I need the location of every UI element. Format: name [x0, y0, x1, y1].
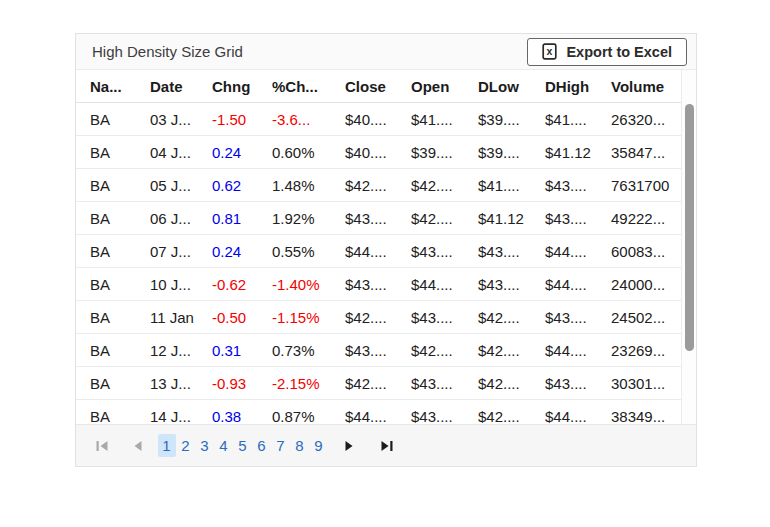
cell-chng: 0.38: [198, 400, 258, 424]
table-row[interactable]: BA13 J...-0.93-2.15%$42....$43....$42...…: [76, 367, 696, 400]
cell-volume: 49222...: [597, 202, 683, 234]
grid-title: High Density Size Grid: [92, 43, 243, 60]
column-header-close[interactable]: Close: [331, 70, 397, 102]
column-header-date[interactable]: Date: [136, 70, 198, 102]
cell-close: $43....: [331, 268, 397, 300]
cell-close: $40....: [331, 136, 397, 168]
cell-pct_chng: -2.15%: [258, 367, 331, 399]
table-row[interactable]: BA10 J...-0.62-1.40%$43....$44....$43...…: [76, 268, 696, 301]
page-number-3[interactable]: 3: [196, 434, 214, 457]
cell-chng: -0.62: [198, 268, 258, 300]
cell-pct_chng: -1.40%: [258, 268, 331, 300]
cell-dhigh: $43....: [531, 169, 597, 201]
page-number-9[interactable]: 9: [310, 434, 328, 457]
cell-open: $44....: [397, 268, 464, 300]
cell-chng: 0.24: [198, 235, 258, 267]
column-header-open[interactable]: Open: [397, 70, 464, 102]
first-page-button[interactable]: [91, 433, 113, 459]
cell-dlow: $39....: [464, 136, 531, 168]
cell-name: BA: [76, 367, 136, 399]
cell-name: BA: [76, 268, 136, 300]
cell-open: $42....: [397, 169, 464, 201]
cell-pct_chng: 0.60%: [258, 136, 331, 168]
cell-volume: 30301...: [597, 367, 683, 399]
table-row[interactable]: BA07 J...0.240.55%$44....$43....$43....$…: [76, 235, 696, 268]
page-number-1[interactable]: 1: [158, 434, 176, 457]
next-page-button[interactable]: [338, 433, 360, 459]
cell-volume: 38349...: [597, 400, 683, 424]
column-header-dhigh[interactable]: DHigh: [531, 70, 597, 102]
page-background: High Density Size Grid x Export to Excel…: [0, 0, 770, 527]
cell-pct_chng: 0.87%: [258, 400, 331, 424]
page-number-2[interactable]: 2: [177, 434, 195, 457]
previous-page-button[interactable]: [127, 433, 149, 459]
cell-close: $42....: [331, 169, 397, 201]
cell-close: $44....: [331, 235, 397, 267]
cell-dhigh: $41....: [531, 103, 597, 135]
svg-text:x: x: [547, 45, 553, 57]
column-header-chng[interactable]: Chng: [198, 70, 258, 102]
cell-date: 06 J...: [136, 202, 198, 234]
cell-volume: 23269...: [597, 334, 683, 366]
first-page-icon: [96, 440, 108, 452]
scrollbar-thumb[interactable]: [685, 104, 694, 351]
cell-close: $43....: [331, 202, 397, 234]
cell-close: $40....: [331, 103, 397, 135]
cell-open: $42....: [397, 334, 464, 366]
cell-name: BA: [76, 334, 136, 366]
cell-chng: 0.81: [198, 202, 258, 234]
cell-dhigh: $44....: [531, 268, 597, 300]
cell-date: 04 J...: [136, 136, 198, 168]
cell-dlow: $42....: [464, 301, 531, 333]
cell-dlow: $42....: [464, 334, 531, 366]
table-row[interactable]: BA04 J...0.240.60%$40....$39....$39....$…: [76, 136, 696, 169]
cell-pct_chng: 1.48%: [258, 169, 331, 201]
grid-widget: High Density Size Grid x Export to Excel…: [75, 33, 697, 467]
cell-volume: 26320...: [597, 103, 683, 135]
table-row[interactable]: BA11 Jan-0.50-1.15%$42....$43....$42....…: [76, 301, 696, 334]
export-to-excel-button[interactable]: x Export to Excel: [527, 38, 687, 66]
cell-close: $43....: [331, 334, 397, 366]
cell-pct_chng: -1.15%: [258, 301, 331, 333]
cell-volume: 60083...: [597, 235, 683, 267]
table-row[interactable]: BA03 J...-1.50-3.6...$40....$41....$39..…: [76, 103, 696, 136]
table-row[interactable]: BA12 J...0.310.73%$43....$42....$42....$…: [76, 334, 696, 367]
page-number-6[interactable]: 6: [253, 434, 271, 457]
cell-dhigh: $43....: [531, 202, 597, 234]
last-page-button[interactable]: [376, 433, 398, 459]
column-header-pct_chng[interactable]: %Ch...: [258, 70, 331, 102]
cell-volume: 35847...: [597, 136, 683, 168]
cell-pct_chng: 0.55%: [258, 235, 331, 267]
page-number-5[interactable]: 5: [234, 434, 252, 457]
table-row[interactable]: BA05 J...0.621.48%$42....$42....$41....$…: [76, 169, 696, 202]
column-header-dlow[interactable]: DLow: [464, 70, 531, 102]
cell-date: 13 J...: [136, 367, 198, 399]
cell-name: BA: [76, 400, 136, 424]
cell-open: $39....: [397, 136, 464, 168]
cell-chng: 0.31: [198, 334, 258, 366]
page-number-8[interactable]: 8: [291, 434, 309, 457]
table-row[interactable]: BA06 J...0.811.92%$43....$42....$41.12$4…: [76, 202, 696, 235]
cell-chng: -1.50: [198, 103, 258, 135]
cell-chng: -0.93: [198, 367, 258, 399]
column-header-volume[interactable]: Volume: [597, 70, 683, 102]
cell-close: $42....: [331, 367, 397, 399]
table-row[interactable]: BA14 J...0.380.87%$44....$43....$42....$…: [76, 400, 696, 424]
vertical-scrollbar[interactable]: [681, 70, 696, 424]
cell-pct_chng: 0.73%: [258, 334, 331, 366]
page-number-4[interactable]: 4: [215, 434, 233, 457]
cell-date: 05 J...: [136, 169, 198, 201]
cell-chng: 0.62: [198, 169, 258, 201]
table-header-row: Na...DateChng%Ch...CloseOpenDLowDHighVol…: [76, 70, 696, 103]
cell-name: BA: [76, 202, 136, 234]
cell-open: $43....: [397, 400, 464, 424]
cell-date: 11 Jan: [136, 301, 198, 333]
cell-name: BA: [76, 169, 136, 201]
page-number-7[interactable]: 7: [272, 434, 290, 457]
cell-date: 12 J...: [136, 334, 198, 366]
column-header-name[interactable]: Na...: [76, 70, 136, 102]
previous-page-icon: [132, 440, 144, 452]
cell-dhigh: $41.12: [531, 136, 597, 168]
cell-open: $43....: [397, 235, 464, 267]
cell-date: 10 J...: [136, 268, 198, 300]
